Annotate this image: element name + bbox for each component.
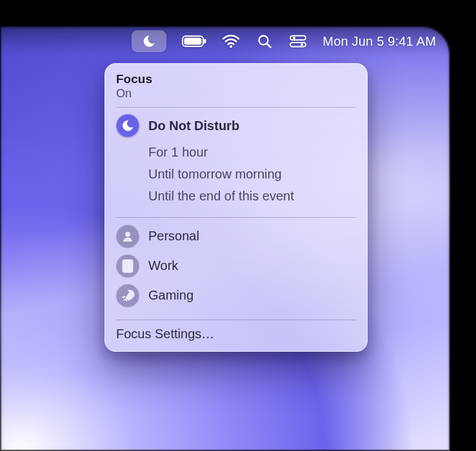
moon-icon <box>116 114 139 137</box>
focus-panel-title: Focus <box>116 72 356 86</box>
menu-item-battery[interactable] <box>182 30 206 52</box>
menu-item-wifi[interactable] <box>222 30 240 52</box>
focus-settings-link[interactable]: Focus Settings… <box>104 320 368 345</box>
focus-mode-label: Work <box>148 258 178 273</box>
focus-panel-status: On <box>116 87 356 101</box>
svg-point-13 <box>128 293 131 295</box>
svg-rect-6 <box>290 36 306 41</box>
focus-mode-label: Gaming <box>148 288 193 303</box>
dnd-duration-option[interactable]: Until the end of this event <box>104 185 368 207</box>
focus-mode-list: Personal Work <box>104 218 368 313</box>
control-center-icon <box>290 35 306 48</box>
divider <box>116 107 356 108</box>
dnd-duration-list: For 1 hour Until tomorrow morning Until … <box>104 140 368 211</box>
menu-bar: Mon Jun 5 9:41 AM <box>0 26 450 57</box>
svg-point-10 <box>126 232 130 236</box>
focus-panel-header: Focus On <box>104 72 368 101</box>
svg-line-5 <box>267 44 271 48</box>
dnd-duration-option[interactable]: For 1 hour <box>104 141 368 163</box>
device-frame: Mon Jun 5 9:41 AM Focus On Do Not Distur… <box>0 0 476 451</box>
svg-rect-8 <box>290 43 306 47</box>
battery-icon <box>182 35 206 47</box>
focus-panel: Focus On Do Not Disturb For 1 hour Until… <box>104 63 368 352</box>
moon-icon <box>142 34 156 48</box>
focus-mode-work[interactable]: Work <box>104 251 368 281</box>
svg-point-12 <box>126 263 129 266</box>
menu-item-focus[interactable] <box>132 30 166 52</box>
wifi-icon <box>222 34 240 48</box>
rocket-icon <box>116 284 139 307</box>
menu-item-control-center[interactable] <box>289 30 307 52</box>
focus-mode-dnd[interactable]: Do Not Disturb <box>104 111 368 140</box>
svg-point-3 <box>230 45 232 48</box>
menu-item-spotlight[interactable] <box>255 30 273 52</box>
svg-rect-2 <box>204 39 206 44</box>
dnd-label: Do Not Disturb <box>148 119 239 132</box>
focus-mode-label: Personal <box>148 229 199 244</box>
focus-settings-label: Focus Settings… <box>116 327 214 341</box>
datetime-text: Mon Jun 5 9:41 AM <box>322 34 436 49</box>
focus-mode-personal[interactable]: Personal <box>104 222 368 251</box>
focus-mode-gaming[interactable]: Gaming <box>104 281 368 311</box>
person-icon <box>116 225 139 248</box>
dnd-duration-option[interactable]: Until tomorrow morning <box>104 163 368 185</box>
menu-item-datetime[interactable]: Mon Jun 5 9:41 AM <box>322 30 436 52</box>
badge-icon <box>116 254 139 278</box>
search-icon <box>257 34 272 49</box>
svg-rect-1 <box>184 38 202 45</box>
svg-point-9 <box>301 43 303 46</box>
svg-point-7 <box>293 37 295 39</box>
desktop-screen: Mon Jun 5 9:41 AM Focus On Do Not Distur… <box>0 26 450 451</box>
